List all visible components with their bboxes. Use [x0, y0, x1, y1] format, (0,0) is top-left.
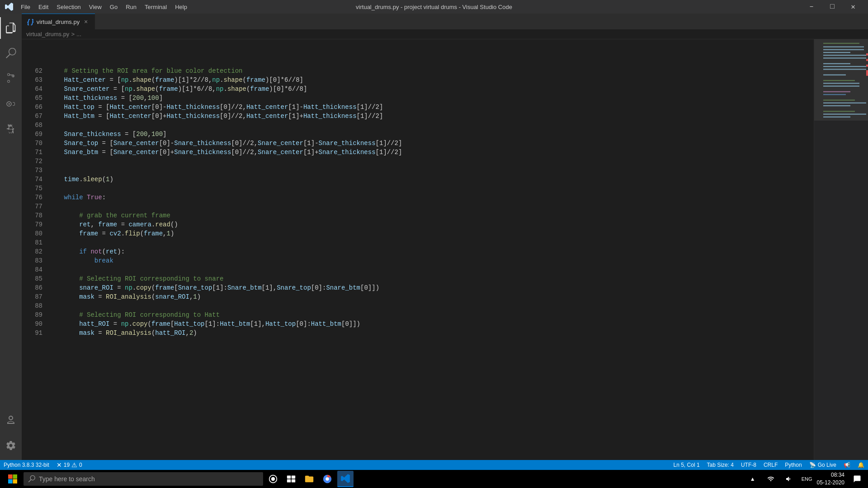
activity-icon-run[interactable] — [0, 93, 22, 115]
wifi-icon — [767, 475, 774, 483]
builtin-token: np — [121, 320, 129, 328]
broadcast-icon-status[interactable]: 📢 — [840, 460, 854, 470]
line-code[interactable]: while True: — [49, 193, 814, 202]
line-code[interactable] — [49, 265, 814, 274]
breadcrumb-more[interactable]: ... — [76, 31, 81, 38]
line-code[interactable]: # Selecting ROI corresponding to Hatt — [49, 310, 814, 319]
keyboard-layout-icon[interactable]: ENG — [799, 471, 815, 487]
menu-run[interactable]: Run — [122, 3, 140, 11]
line-number: 77 — [26, 202, 49, 211]
show-hidden-icons-button[interactable]: ▲ — [745, 471, 761, 487]
line-code[interactable]: # grab the current frame — [49, 211, 814, 220]
start-button[interactable] — [4, 470, 22, 488]
fn-token: shape — [227, 85, 246, 93]
minimize-button[interactable]: – — [801, 0, 822, 14]
line-code[interactable]: frame = cv2.flip(frame,1) — [49, 229, 814, 238]
volume-icon[interactable] — [781, 471, 797, 487]
chrome-taskbar-button[interactable] — [319, 471, 335, 487]
activity-icon-extensions[interactable] — [0, 118, 22, 140]
task-view-button[interactable] — [283, 471, 299, 487]
system-clock[interactable]: 08:34 05-12-2020 — [817, 471, 848, 487]
file-explorer-taskbar-button[interactable] — [301, 471, 317, 487]
line-code[interactable]: Hatt_thickness = [200,100] — [49, 94, 814, 103]
line-code[interactable]: break — [49, 256, 814, 265]
tab-virtual-drums[interactable]: { } virtual_drums.py × — [22, 14, 95, 29]
minimap[interactable] — [814, 39, 868, 460]
line-code[interactable]: Snare_thickness = [200,100] — [49, 130, 814, 139]
tab-size-status[interactable]: Tab Size: 4 — [703, 460, 737, 470]
taskbar-search-box[interactable]: Type here to search — [24, 472, 263, 486]
code-line: 78 # grab the current frame — [26, 211, 814, 220]
editor-panel[interactable]: 62 # Setting the ROI area for blue color… — [22, 39, 814, 460]
line-code[interactable]: Hatt_btm = [Hatt_center[0]+Hatt_thicknes… — [49, 112, 814, 121]
code-line: 72 — [26, 157, 814, 166]
kw-token: True — [83, 194, 102, 201]
var-token: Hatt_center — [49, 76, 106, 84]
menu-file[interactable]: File — [17, 3, 34, 11]
line-code[interactable]: Snare_center = [np.shape(frame)[1]*6//8,… — [49, 84, 814, 94]
vscode-taskbar-button[interactable] — [337, 471, 354, 487]
breadcrumb-file[interactable]: virtual_drums.py — [26, 31, 69, 38]
activity-icon-account[interactable] — [0, 409, 22, 431]
line-code[interactable] — [49, 121, 814, 130]
menu-go[interactable]: Go — [106, 3, 121, 11]
comment-token: # Selecting ROI corresponding to snare — [49, 275, 223, 282]
python-version-status[interactable]: Python 3.8.3 32-bit — [0, 460, 53, 470]
line-code[interactable] — [49, 238, 814, 247]
activity-icon-explorer[interactable] — [0, 17, 22, 39]
bell-status[interactable]: 🔔 — [854, 460, 868, 470]
activity-icon-search[interactable] — [0, 42, 22, 64]
line-code[interactable] — [49, 184, 814, 193]
close-button[interactable]: ✕ — [843, 0, 863, 14]
line-code[interactable]: mask = ROI_analysis(hatt_ROI,2) — [49, 328, 814, 338]
line-code[interactable] — [49, 301, 814, 310]
python-file-icon: { } — [27, 18, 34, 25]
code-line: 65 Hatt_thickness = [200,100] — [26, 94, 814, 103]
language-status[interactable]: Python — [781, 460, 805, 470]
line-code[interactable]: Snare_btm = [Snare_center[0]+Snare_thick… — [49, 148, 814, 157]
line-code[interactable]: # Selecting ROI corresponding to snare — [49, 274, 814, 283]
var-token: Hatt_btm — [311, 320, 341, 328]
minimap-slider[interactable] — [814, 39, 868, 121]
activity-icon-source-control[interactable] — [0, 68, 22, 89]
var-token: Snare_center — [258, 149, 303, 156]
line-code[interactable]: mask = ROI_analysis(snare_ROI,1) — [49, 292, 814, 301]
line-code[interactable]: Hatt_top = [Hatt_center[0]-Hatt_thicknes… — [49, 103, 814, 112]
errors-status[interactable]: ✕ 19 ⚠ 0 — [53, 460, 86, 470]
menu-terminal[interactable]: Terminal — [141, 3, 170, 11]
line-number: 70 — [26, 139, 49, 148]
network-icon[interactable] — [763, 471, 779, 487]
line-code[interactable]: # Setting the ROI area for blue color de… — [49, 66, 814, 75]
activity-icon-settings[interactable] — [0, 435, 22, 456]
line-code[interactable]: Snare_top = [Snare_center[0]-Snare_thick… — [49, 139, 814, 148]
menu-edit[interactable]: Edit — [35, 3, 52, 11]
line-code[interactable] — [49, 157, 814, 166]
line-code[interactable]: if not(ret): — [49, 247, 814, 256]
line-code[interactable]: hatt_ROI = np.copy(frame[Hatt_top[1]:Hat… — [49, 319, 814, 328]
tab-close-button[interactable]: × — [82, 18, 90, 25]
op-token: [1]: — [212, 284, 227, 291]
encoding-status[interactable]: UTF-8 — [737, 460, 760, 470]
var-token: Snare_center — [113, 140, 159, 147]
code-line: 81 — [26, 238, 814, 247]
taskbar-right: ▲ ENG 08:34 05-12-2020 — [745, 471, 864, 487]
code-content[interactable]: 62 # Setting the ROI area for blue color… — [22, 39, 814, 460]
cortana-button[interactable] — [265, 471, 281, 487]
line-code[interactable]: Hatt_center = [np.shape(frame)[1]*2//8,n… — [49, 75, 814, 84]
menu-view[interactable]: View — [85, 3, 105, 11]
menu-selection[interactable]: Selection — [53, 3, 84, 11]
op-token: = — [109, 320, 121, 328]
line-code[interactable]: ret, frame = camera.read() — [49, 220, 814, 229]
line-code[interactable]: snare_ROI = np.copy(frame[Snare_top[1]:S… — [49, 283, 814, 292]
op-token: )[1]*6//8, — [178, 85, 216, 93]
line-code[interactable]: time.sleep(1) — [49, 175, 814, 184]
go-live-status[interactable]: 📡 Go Live — [806, 460, 840, 470]
line-code[interactable] — [49, 202, 814, 211]
line-ending-status[interactable]: CRLF — [760, 460, 781, 470]
line-code[interactable] — [49, 166, 814, 175]
notification-button[interactable] — [850, 472, 864, 486]
search-icon — [5, 48, 16, 59]
menu-help[interactable]: Help — [171, 3, 191, 11]
cursor-position-status[interactable]: Ln 5, Col 1 — [670, 460, 703, 470]
maximize-button[interactable]: □ — [822, 0, 843, 14]
